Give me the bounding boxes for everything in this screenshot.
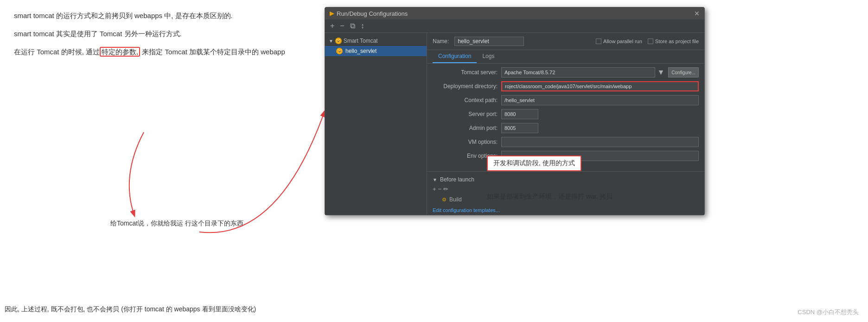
add-button[interactable]: + [329, 21, 336, 31]
checkbox-icon2 [648, 39, 653, 44]
annotation-box-war: 如果是部署到生产环境，还是得打 war, 拷贝 [487, 193, 613, 201]
article-area: smart tomcat 的运行方式和之前拷贝到 webapps 中, 是存在本… [0, 0, 315, 322]
vm-options-label: VM options: [433, 139, 498, 145]
ide-logo-icon: ▶ [330, 10, 334, 17]
before-launch-remove[interactable]: − [438, 186, 442, 193]
admin-port-label: Admin port: [433, 125, 498, 131]
tomcat-item-icon: 🐱 [336, 48, 343, 54]
before-launch-add[interactable]: + [433, 186, 436, 193]
dialog-titlebar: ▶ Run/Debug Configurations ✕ [325, 7, 704, 19]
context-path-row: Context path: [433, 95, 699, 105]
admin-port-row: Admin port: [433, 123, 699, 133]
before-launch-header[interactable]: ▼ Before launch [433, 174, 699, 185]
dialog-body: ▼ 🐱 Smart Tomcat 🐱 hello_servlet Name: A… [325, 33, 704, 215]
article-content: smart tomcat 的运行方式和之前拷贝到 webapps 中, 是存在本… [14, 9, 301, 58]
name-label: Name: [433, 38, 449, 45]
annotation-box-dev: 开发和调试阶段, 使用的方式 [487, 155, 581, 171]
close-icon[interactable]: ✕ [694, 10, 700, 17]
tomcat-server-wrapper: ▼ [501, 67, 664, 77]
store-as-project-checkbox[interactable]: Store as project file [648, 39, 699, 44]
checkbox-icon [596, 39, 601, 44]
context-path-label: Context path: [433, 97, 498, 103]
before-launch-edit[interactable]: ✏ [443, 186, 448, 193]
server-port-input[interactable] [501, 109, 538, 119]
tomcat-server-select[interactable] [501, 67, 655, 77]
tomcat-server-label: Tomcat server: [433, 69, 498, 76]
dropdown-icon: ▼ [657, 68, 664, 77]
vm-options-row: VM options: [433, 137, 699, 147]
config-checkboxes: Allow parallel run Store as project file [596, 39, 699, 44]
annotation-tomcat: 给Tomcat说，你就给我运 行这个目录下的东西 [110, 218, 243, 228]
bottom-text: 因此, 上述过程, 既不会打包, 也不会拷贝 (你打开 tomcat 的 web… [5, 305, 403, 314]
chevron-before-launch-icon: ▼ [433, 177, 437, 182]
section-divider [427, 171, 704, 172]
move-button[interactable]: ↕ [359, 21, 366, 31]
article-line2: smart tomcat 其实是使用了 Tomcat 另外一种运行方式. [14, 27, 301, 40]
allow-parallel-checkbox[interactable]: Allow parallel run [596, 39, 642, 44]
chevron-down-icon: ▼ [329, 39, 333, 44]
tree-group-smart-tomcat[interactable]: ▼ 🐱 Smart Tomcat [325, 36, 427, 46]
highlight-text: 特定的参数, [100, 47, 140, 57]
tree-item-hello-servlet[interactable]: 🐱 hello_servlet [325, 46, 427, 56]
copy-button[interactable]: ⧉ [349, 21, 357, 31]
dialog-toolbar: + − ⧉ ↕ [325, 19, 704, 33]
tab-configuration[interactable]: Configuration [433, 50, 477, 63]
remove-button[interactable]: − [338, 21, 345, 31]
config-tabs: Configuration Logs [427, 50, 704, 64]
csdn-watermark: CSDN @小白不想秃头 [798, 308, 859, 316]
build-icon: ⚙ [442, 197, 447, 203]
tomcat-icon: 🐱 [335, 38, 342, 44]
server-port-row: Server port: [433, 109, 699, 119]
tomcat-server-row: Tomcat server: ▼ Configure... [433, 67, 699, 77]
article-line1: smart tomcat 的运行方式和之前拷贝到 webapps 中, 是存在本… [14, 9, 301, 22]
tab-logs[interactable]: Logs [477, 50, 500, 63]
edit-templates-link[interactable]: Edit configuration templates... [427, 206, 704, 215]
config-header: Name: Allow parallel run Store as projec… [427, 33, 704, 50]
config-panel: Name: Allow parallel run Store as projec… [427, 33, 704, 215]
deployment-dir-row: Deployment directory: [433, 81, 699, 91]
dialog-title: ▶ Run/Debug Configurations [330, 10, 408, 17]
article-line3: 在运行 Tomcat 的时候, 通过特定的参数, 来指定 Tomcat 加载某个… [14, 45, 301, 58]
name-input[interactable] [454, 37, 524, 46]
admin-port-input[interactable] [501, 123, 538, 133]
deployment-input[interactable] [501, 81, 699, 91]
run-debug-dialog: ▶ Run/Debug Configurations ✕ + − ⧉ ↕ ▼ 🐱… [325, 7, 705, 215]
vm-options-input[interactable] [501, 137, 699, 147]
deployment-label: Deployment directory: [433, 83, 498, 90]
context-path-input[interactable] [501, 95, 699, 105]
config-form: Tomcat server: ▼ Configure... Deployment… [427, 64, 704, 168]
server-port-label: Server port: [433, 111, 498, 117]
tree-panel: ▼ 🐱 Smart Tomcat 🐱 hello_servlet [325, 33, 427, 215]
configure-button[interactable]: Configure... [668, 67, 699, 77]
